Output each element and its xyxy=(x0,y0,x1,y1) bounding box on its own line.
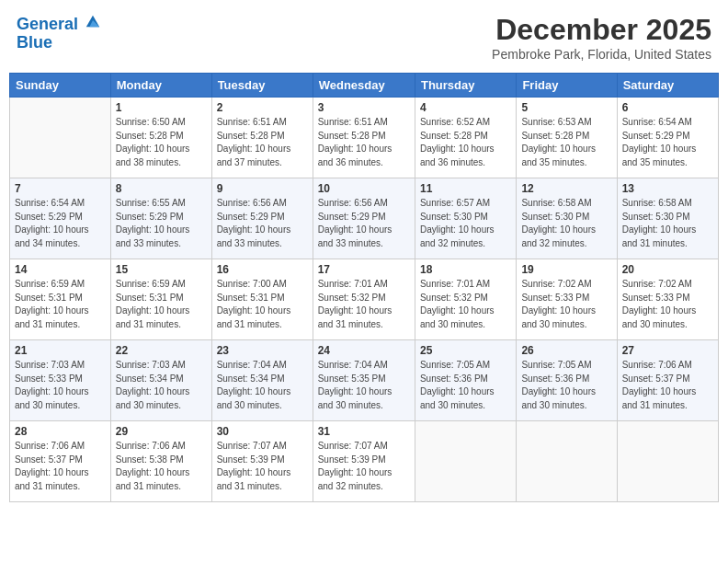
calendar-cell: 12Sunrise: 6:58 AMSunset: 5:30 PMDayligh… xyxy=(517,178,617,259)
day-number: 26 xyxy=(521,344,611,357)
day-info: Sunrise: 6:54 AMSunset: 5:29 PMDaylight:… xyxy=(15,197,106,250)
day-info: Sunrise: 6:54 AMSunset: 5:29 PMDaylight:… xyxy=(622,116,713,169)
day-number: 7 xyxy=(15,182,106,195)
day-number: 20 xyxy=(622,263,713,276)
calendar-week-row: 28Sunrise: 7:06 AMSunset: 5:37 PMDayligh… xyxy=(10,421,719,502)
day-number: 11 xyxy=(420,182,511,195)
calendar-cell: 19Sunrise: 7:02 AMSunset: 5:33 PMDayligh… xyxy=(517,259,617,340)
day-number: 2 xyxy=(217,101,308,114)
calendar-cell: 9Sunrise: 6:56 AMSunset: 5:29 PMDaylight… xyxy=(211,178,313,259)
calendar-cell: 30Sunrise: 7:07 AMSunset: 5:39 PMDayligh… xyxy=(211,421,313,502)
page-header: General Blue December 2025 Pembroke Park… xyxy=(9,9,719,65)
calendar-cell: 25Sunrise: 7:05 AMSunset: 5:36 PMDayligh… xyxy=(415,340,516,421)
calendar-cell: 5Sunrise: 6:53 AMSunset: 5:28 PMDaylight… xyxy=(517,98,617,178)
header-row: SundayMondayTuesdayWednesdayThursdayFrid… xyxy=(10,74,719,98)
calendar-week-row: 21Sunrise: 7:03 AMSunset: 5:33 PMDayligh… xyxy=(10,340,719,421)
calendar-cell xyxy=(517,421,617,502)
calendar-cell: 3Sunrise: 6:51 AMSunset: 5:28 PMDaylight… xyxy=(313,98,415,178)
day-info: Sunrise: 6:58 AMSunset: 5:30 PMDaylight:… xyxy=(521,197,611,250)
day-number: 3 xyxy=(318,101,410,114)
title-block: December 2025 Pembroke Park, Florida, Un… xyxy=(492,13,711,62)
day-number: 30 xyxy=(217,425,308,438)
calendar-week-row: 7Sunrise: 6:54 AMSunset: 5:29 PMDaylight… xyxy=(10,178,719,259)
calendar-cell: 14Sunrise: 6:59 AMSunset: 5:31 PMDayligh… xyxy=(10,259,111,340)
weekday-header: Saturday xyxy=(617,74,718,98)
weekday-header: Monday xyxy=(110,74,211,98)
calendar-cell: 17Sunrise: 7:01 AMSunset: 5:32 PMDayligh… xyxy=(313,259,415,340)
calendar-cell: 28Sunrise: 7:06 AMSunset: 5:37 PMDayligh… xyxy=(10,421,111,502)
day-info: Sunrise: 7:04 AMSunset: 5:35 PMDaylight:… xyxy=(318,359,410,412)
day-info: Sunrise: 7:06 AMSunset: 5:37 PMDaylight:… xyxy=(622,359,713,412)
day-number: 31 xyxy=(318,425,410,438)
calendar-cell: 21Sunrise: 7:03 AMSunset: 5:33 PMDayligh… xyxy=(10,340,111,421)
day-info: Sunrise: 6:50 AMSunset: 5:28 PMDaylight:… xyxy=(116,116,207,169)
day-info: Sunrise: 6:51 AMSunset: 5:28 PMDaylight:… xyxy=(217,116,308,169)
calendar-cell: 18Sunrise: 7:01 AMSunset: 5:32 PMDayligh… xyxy=(415,259,516,340)
day-info: Sunrise: 6:59 AMSunset: 5:31 PMDaylight:… xyxy=(15,278,106,331)
calendar-cell: 8Sunrise: 6:55 AMSunset: 5:29 PMDaylight… xyxy=(110,178,211,259)
day-info: Sunrise: 6:56 AMSunset: 5:29 PMDaylight:… xyxy=(318,197,410,250)
day-info: Sunrise: 7:06 AMSunset: 5:38 PMDaylight:… xyxy=(116,440,207,493)
calendar-cell: 13Sunrise: 6:58 AMSunset: 5:30 PMDayligh… xyxy=(617,178,718,259)
calendar-cell: 31Sunrise: 7:07 AMSunset: 5:39 PMDayligh… xyxy=(313,421,415,502)
day-number: 24 xyxy=(318,344,410,357)
day-number: 25 xyxy=(420,344,511,357)
calendar-cell: 6Sunrise: 6:54 AMSunset: 5:29 PMDaylight… xyxy=(617,98,718,178)
day-info: Sunrise: 7:03 AMSunset: 5:33 PMDaylight:… xyxy=(15,359,106,412)
calendar-body: 1Sunrise: 6:50 AMSunset: 5:28 PMDaylight… xyxy=(10,98,719,502)
weekday-header: Tuesday xyxy=(211,74,313,98)
calendar-table: SundayMondayTuesdayWednesdayThursdayFrid… xyxy=(9,73,719,502)
calendar-cell: 7Sunrise: 6:54 AMSunset: 5:29 PMDaylight… xyxy=(10,178,111,259)
calendar-cell xyxy=(10,98,111,178)
weekday-header: Sunday xyxy=(10,74,111,98)
day-number: 28 xyxy=(15,425,106,438)
day-number: 10 xyxy=(318,182,410,195)
calendar-cell: 20Sunrise: 7:02 AMSunset: 5:33 PMDayligh… xyxy=(617,259,718,340)
day-number: 4 xyxy=(420,101,511,114)
day-info: Sunrise: 7:02 AMSunset: 5:33 PMDaylight:… xyxy=(622,278,713,331)
day-info: Sunrise: 7:05 AMSunset: 5:36 PMDaylight:… xyxy=(521,359,611,412)
day-info: Sunrise: 7:03 AMSunset: 5:34 PMDaylight:… xyxy=(116,359,207,412)
day-number: 23 xyxy=(217,344,308,357)
calendar-cell: 15Sunrise: 6:59 AMSunset: 5:31 PMDayligh… xyxy=(110,259,211,340)
calendar-cell: 24Sunrise: 7:04 AMSunset: 5:35 PMDayligh… xyxy=(313,340,415,421)
calendar-cell: 2Sunrise: 6:51 AMSunset: 5:28 PMDaylight… xyxy=(211,98,313,178)
calendar-cell: 10Sunrise: 6:56 AMSunset: 5:29 PMDayligh… xyxy=(313,178,415,259)
day-info: Sunrise: 7:02 AMSunset: 5:33 PMDaylight:… xyxy=(521,278,611,331)
day-number: 19 xyxy=(521,263,611,276)
day-info: Sunrise: 7:01 AMSunset: 5:32 PMDaylight:… xyxy=(318,278,410,331)
day-info: Sunrise: 6:57 AMSunset: 5:30 PMDaylight:… xyxy=(420,197,511,250)
day-number: 5 xyxy=(521,101,611,114)
location: Pembroke Park, Florida, United States xyxy=(492,47,711,62)
logo: General Blue xyxy=(17,13,101,52)
day-number: 27 xyxy=(622,344,713,357)
logo-blue: Blue xyxy=(17,34,101,52)
day-number: 14 xyxy=(15,263,106,276)
day-number: 17 xyxy=(318,263,410,276)
day-number: 21 xyxy=(15,344,106,357)
day-number: 29 xyxy=(116,425,207,438)
calendar-week-row: 1Sunrise: 6:50 AMSunset: 5:28 PMDaylight… xyxy=(10,98,719,178)
calendar-cell: 26Sunrise: 7:05 AMSunset: 5:36 PMDayligh… xyxy=(517,340,617,421)
day-info: Sunrise: 7:01 AMSunset: 5:32 PMDaylight:… xyxy=(420,278,511,331)
day-number: 22 xyxy=(116,344,207,357)
day-number: 16 xyxy=(217,263,308,276)
calendar-cell: 23Sunrise: 7:04 AMSunset: 5:34 PMDayligh… xyxy=(211,340,313,421)
day-info: Sunrise: 7:05 AMSunset: 5:36 PMDaylight:… xyxy=(420,359,511,412)
calendar-cell: 27Sunrise: 7:06 AMSunset: 5:37 PMDayligh… xyxy=(617,340,718,421)
day-info: Sunrise: 6:53 AMSunset: 5:28 PMDaylight:… xyxy=(521,116,611,169)
weekday-header: Wednesday xyxy=(313,74,415,98)
calendar-cell xyxy=(617,421,718,502)
day-info: Sunrise: 7:07 AMSunset: 5:39 PMDaylight:… xyxy=(217,440,308,493)
calendar-cell: 4Sunrise: 6:52 AMSunset: 5:28 PMDaylight… xyxy=(415,98,516,178)
day-info: Sunrise: 7:06 AMSunset: 5:37 PMDaylight:… xyxy=(15,440,106,493)
day-info: Sunrise: 6:55 AMSunset: 5:29 PMDaylight:… xyxy=(116,197,207,250)
calendar-cell xyxy=(415,421,516,502)
calendar-cell: 11Sunrise: 6:57 AMSunset: 5:30 PMDayligh… xyxy=(415,178,516,259)
calendar-week-row: 14Sunrise: 6:59 AMSunset: 5:31 PMDayligh… xyxy=(10,259,719,340)
day-info: Sunrise: 6:52 AMSunset: 5:28 PMDaylight:… xyxy=(420,116,511,169)
calendar-cell: 29Sunrise: 7:06 AMSunset: 5:38 PMDayligh… xyxy=(110,421,211,502)
day-number: 1 xyxy=(116,101,207,114)
day-number: 18 xyxy=(420,263,511,276)
day-number: 6 xyxy=(622,101,713,114)
